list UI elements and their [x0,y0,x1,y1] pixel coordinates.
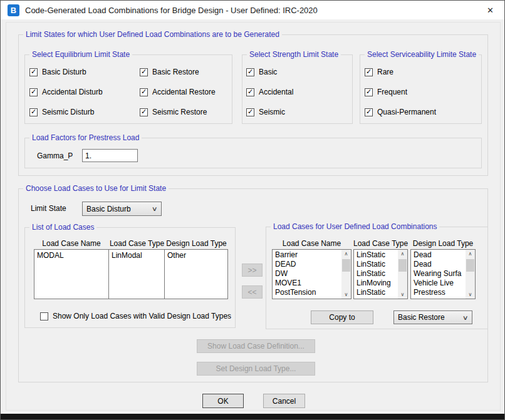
list-item[interactable]: Wearing Surfa [411,269,466,279]
scrollbar-track[interactable] [341,258,351,290]
checkbox-show-only-valid[interactable]: ✓ [40,312,48,320]
filter-checkbox-row: ✓ Show Only Load Cases with Valid Design… [40,312,231,320]
check-icon: ✓ [141,88,147,95]
checkbox-label: Basic Restore [152,68,199,76]
scrollbar[interactable]: ∧ ∨ [341,250,351,299]
scrollbar-track[interactable] [398,258,407,290]
checkbox-basic[interactable]: ✓ [246,68,254,76]
check-icon: ✓ [31,68,36,75]
choose-load-cases-title: Choose Load Cases to Use for Limit State [23,184,169,193]
list-item[interactable]: Vehicle Live [411,279,466,288]
check-icon: ✓ [141,108,147,115]
checkbox-basic-restore[interactable]: ✓ [140,68,148,76]
checkbox-label: Basic [259,68,277,76]
checkbox-seismic-disturb[interactable]: ✓ [29,108,38,116]
column-header-load-case-name: Load Case Name [272,239,351,248]
scrollbar[interactable]: ∧ ∨ [398,250,407,299]
list-item[interactable]: Barrier [273,250,341,260]
checkbox-rare[interactable]: ✓ [365,68,373,76]
list-item[interactable]: Prestress [411,288,466,297]
list-item[interactable]: LinStatic [354,260,398,269]
list-item[interactable]: DW [273,269,341,279]
gamma-p-field[interactable] [82,149,138,162]
scrollbar-thumb[interactable] [466,259,474,272]
checkbox-accidental-disturb[interactable]: ✓ [29,88,38,96]
check-icon: ✓ [31,88,36,95]
column-header-load-case-type: Load Case Type [353,239,408,248]
checkbox-row-quasi-permanent: ✓ Quasi-Permanent [365,108,436,116]
checkbox-label: Seismic [259,108,285,116]
checkbox-basic-disturb[interactable]: ✓ [29,68,38,76]
scroll-up-icon[interactable]: ∧ [341,250,351,258]
checkbox-label: Accidental [259,88,293,96]
list-item[interactable]: DEAD [273,260,341,269]
add-cases-button[interactable]: >> [242,264,263,277]
scroll-down-icon[interactable]: ∨ [341,290,351,299]
check-icon: ✓ [141,68,147,75]
available-design-column: Other [165,250,227,299]
selected-design-types-items: Dead Dead Wearing Surfa Vehicle Live Pre… [411,250,466,299]
set-design-load-type-button[interactable]: Set Design Load Type... [197,362,315,376]
list-item[interactable]: MOVE1 [273,279,341,288]
list-item[interactable]: Dead [411,250,466,260]
copy-target-dropdown[interactable]: Basic Restore ∨ [393,310,472,324]
scrollbar-thumb[interactable] [398,259,407,272]
check-icon: ✓ [247,88,253,95]
equilibrium-group-title: Select Equilibrium Limit State [29,50,132,59]
filter-checkbox-label: Show Only Load Cases with Valid Design L… [53,312,231,320]
gamma-p-label: Gamma_P [37,151,73,160]
scroll-down-icon[interactable]: ∨ [466,290,475,299]
checkbox-row-frequent: ✓ Frequent [365,88,407,96]
list-item[interactable]: LinModal [109,250,164,260]
checkbox-label: Accidental Disturb [42,88,103,96]
list-of-load-cases-title: List of Load Cases [29,223,96,232]
list-item[interactable]: LinStatic [354,250,398,260]
checkbox-seismic-restore[interactable]: ✓ [140,108,148,116]
checkbox-row-seismic-restore: ✓ Seismic Restore [140,108,207,116]
checkbox-label: Seismic Restore [152,108,207,116]
scroll-up-icon[interactable]: ∧ [398,250,407,258]
checkbox-row-basic-disturb: ✓ Basic Disturb [29,68,86,76]
checkbox-quasi-permanent[interactable]: ✓ [365,108,373,116]
checkbox-row-accidental-disturb: ✓ Accidental Disturb [29,88,103,96]
list-item[interactable]: LinStatic [354,269,398,279]
ok-button[interactable]: OK [202,394,244,408]
window-title: Code-Generated Load Combinations for Bri… [25,6,318,15]
selected-design-types-listbox[interactable]: Dead Dead Wearing Surfa Vehicle Live Pre… [410,249,476,299]
checkbox-accidental-restore[interactable]: ✓ [140,88,148,96]
selected-names-items: Barrier DEAD DW MOVE1 PostTension [273,250,341,299]
limit-state-label: Limit State [31,204,66,213]
bottom-strip [1,414,504,419]
list-item[interactable]: MODAL [34,250,108,260]
scrollbar-track[interactable] [466,258,475,290]
checkbox-label: Accidental Restore [152,88,216,96]
scrollbar[interactable]: ∧ ∨ [466,250,475,299]
show-load-case-definition-button[interactable]: Show Load Case Definition... [197,339,315,353]
close-icon[interactable]: ✕ [476,1,504,19]
checkbox-row-seismic-disturb: ✓ Seismic Disturb [29,108,94,116]
copy-to-button[interactable]: Copy to [311,310,373,324]
checkbox-label: Rare [377,68,393,76]
available-load-cases-list[interactable]: MODAL LinModal Other [34,249,228,299]
list-item[interactable]: PostTension [273,288,341,297]
scroll-up-icon[interactable]: ∧ [466,250,475,258]
checkbox-label: Frequent [377,88,407,96]
limit-states-group-title: Limit States for which User Defined Load… [23,30,282,39]
cancel-button[interactable]: Cancel [263,394,305,408]
selected-types-listbox[interactable]: LinStatic LinStatic LinStatic LinMoving … [353,249,408,299]
column-header-design-load-type: Design Load Type [410,239,476,248]
remove-cases-button[interactable]: << [242,285,263,299]
checkbox-seismic[interactable]: ✓ [246,108,254,116]
checkbox-accidental[interactable]: ✓ [246,88,254,96]
check-icon: ✓ [31,108,36,115]
list-item[interactable]: LinStatic [354,288,398,297]
checkbox-row-accidental-restore: ✓ Accidental Restore [140,88,216,96]
checkbox-frequent[interactable]: ✓ [365,88,373,96]
list-item[interactable]: Dead [411,260,466,269]
limit-state-dropdown[interactable]: Basic Disturb ∨ [82,202,162,216]
list-item[interactable]: LinMoving [354,279,398,288]
list-item[interactable]: Other [165,250,227,260]
selected-names-listbox[interactable]: Barrier DEAD DW MOVE1 PostTension ∧ ∨ [272,249,351,299]
scrollbar-thumb[interactable] [342,259,350,272]
scroll-down-icon[interactable]: ∨ [398,290,407,299]
